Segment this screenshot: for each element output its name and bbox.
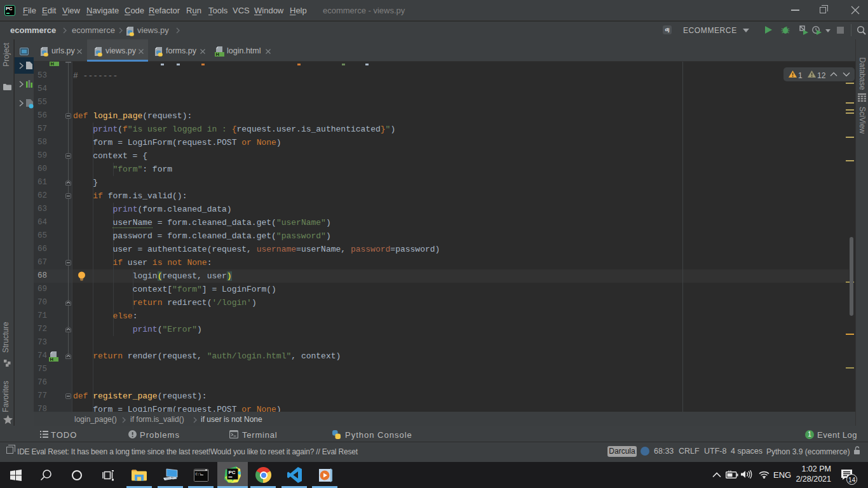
svg-text:H: H <box>216 51 219 57</box>
svg-text:H: H <box>51 62 54 66</box>
svg-text:PC: PC <box>229 470 236 475</box>
svg-text:C:\: C:\ <box>196 472 202 477</box>
svg-text:H: H <box>50 356 53 362</box>
